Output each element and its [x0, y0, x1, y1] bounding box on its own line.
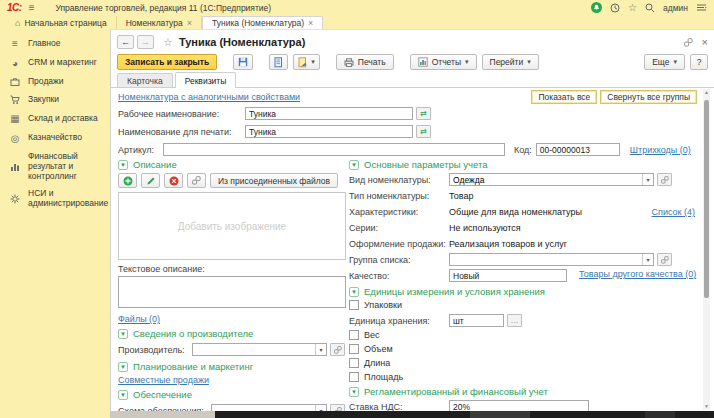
- sidebar-item-sales[interactable]: Продажи: [0, 73, 110, 91]
- tab-tunika[interactable]: Туника (Номенклатура) ×: [202, 16, 323, 29]
- home-icon: ⌂: [15, 18, 20, 28]
- reports-button[interactable]: Отчеты ▾: [410, 54, 477, 70]
- similar-properties-link[interactable]: Номенклатура с аналогичными свойствами: [118, 92, 300, 102]
- sidebar-label: Закупки: [28, 95, 59, 105]
- print-button[interactable]: Печать: [336, 54, 394, 70]
- packs-checkbox[interactable]: [349, 300, 359, 310]
- characteristics-label: Характеристики:: [349, 205, 449, 217]
- collapse-icon[interactable]: ▼: [118, 362, 128, 372]
- translate-icon[interactable]: ⇄: [416, 125, 431, 138]
- image-drop-area[interactable]: Добавить изображение: [118, 192, 346, 260]
- create-based-on-button[interactable]: ▾: [293, 54, 320, 70]
- kind-input[interactable]: [450, 174, 642, 185]
- service-menu-icon[interactable]: [696, 3, 707, 12]
- image-link-icon[interactable]: [187, 173, 206, 188]
- tab-close-icon[interactable]: ×: [308, 18, 313, 28]
- open-link-icon[interactable]: [330, 404, 345, 411]
- collapse-icon[interactable]: ▼: [349, 160, 359, 170]
- edit-image-button[interactable]: [141, 173, 160, 188]
- tab-nomenclature[interactable]: Номенклатура ×: [117, 16, 202, 29]
- collapse-icon[interactable]: ▼: [118, 390, 128, 400]
- dropdown-icon: ▾: [673, 58, 677, 66]
- help-button[interactable]: ?: [690, 54, 708, 70]
- choose-unit-button[interactable]: …: [507, 314, 522, 327]
- collapse-icon[interactable]: ▼: [118, 329, 128, 339]
- sidebar-item-main[interactable]: ≡ Главное: [0, 34, 110, 54]
- bar-chart-icon: [9, 162, 21, 172]
- text-description-input[interactable]: [118, 276, 346, 308]
- collapse-icon[interactable]: ▼: [349, 387, 359, 397]
- volume-label: Объем: [364, 344, 393, 354]
- copy-button[interactable]: [269, 54, 288, 70]
- sale-registration-label: Оформление продажи:: [349, 237, 449, 249]
- volume-checkbox[interactable]: [349, 344, 359, 354]
- save-and-close-button[interactable]: Записать и закрыть: [117, 54, 217, 70]
- tab-nomenclature-label: Номенклатура: [126, 18, 183, 28]
- manufacturer-input[interactable]: [193, 344, 315, 355]
- sidebar-item-purchases[interactable]: Закупки: [0, 91, 110, 109]
- show-all-button[interactable]: Показать все: [531, 90, 597, 104]
- print-label: Печать: [358, 57, 386, 67]
- barcodes-link[interactable]: Штрихкоды (0): [630, 145, 691, 155]
- current-user[interactable]: админ: [663, 3, 688, 13]
- favorites-icon[interactable]: ☆: [628, 2, 637, 13]
- sidebar-item-warehouse[interactable]: ▦ Склад и доставка: [0, 109, 110, 129]
- weight-checkbox[interactable]: [349, 330, 359, 340]
- collapse-icon[interactable]: ▼: [118, 160, 128, 170]
- from-attached-files-button[interactable]: Из присоединенных файлов: [210, 173, 338, 188]
- open-link-icon[interactable]: [657, 253, 672, 266]
- dropdown-icon[interactable]: ▾: [315, 344, 326, 355]
- sidebar-item-admin[interactable]: НСИ и администрирование: [0, 185, 110, 213]
- back-button[interactable]: ←: [117, 35, 134, 49]
- get-link-icon[interactable]: [684, 38, 693, 47]
- files-link[interactable]: Файлы (0): [118, 314, 160, 324]
- favorite-star-icon[interactable]: ☆: [163, 36, 173, 49]
- save-button[interactable]: [233, 54, 253, 70]
- open-link-icon[interactable]: [330, 343, 345, 356]
- forward-button[interactable]: →: [137, 35, 154, 49]
- description-section-title: Описание: [133, 159, 177, 170]
- tab-details[interactable]: Реквизиты: [175, 72, 237, 88]
- add-image-button[interactable]: [118, 173, 137, 188]
- tab-close-icon[interactable]: ×: [187, 18, 192, 28]
- storage-unit-input[interactable]: [449, 314, 504, 327]
- kind-label: Вид номенклатуры:: [349, 173, 449, 185]
- tab-card[interactable]: Карточка: [117, 73, 173, 87]
- planning-section-title: Планирование и маркетинг: [133, 361, 253, 372]
- notifications-icon[interactable]: [591, 2, 602, 13]
- sidebar-item-crm[interactable]: ◕ CRM и маркетинг: [0, 54, 110, 74]
- scroll-down-icon[interactable]: ▼: [704, 404, 709, 409]
- joint-sales-link[interactable]: Совместные продажи: [118, 375, 209, 385]
- delete-image-button[interactable]: [164, 173, 183, 188]
- article-label: Артикул:: [118, 145, 163, 155]
- area-checkbox[interactable]: [349, 372, 359, 382]
- characteristics-list-link[interactable]: Список (4): [652, 205, 695, 217]
- more-button[interactable]: Еще ▾: [644, 54, 685, 70]
- history-icon[interactable]: [610, 3, 620, 13]
- sidebar-item-finance[interactable]: Финансовый результат и контроллинг: [0, 148, 110, 185]
- dropdown-icon[interactable]: ▾: [642, 174, 653, 185]
- collapse-all-button[interactable]: Свернуть все группы: [600, 90, 697, 104]
- characteristics-value: Общие для вида номенклатуры: [449, 205, 582, 217]
- quality-input[interactable]: [449, 269, 567, 282]
- dropdown-icon[interactable]: ▾: [642, 254, 653, 265]
- collapse-icon[interactable]: ▼: [349, 287, 359, 297]
- open-link-icon[interactable]: [657, 173, 672, 186]
- length-checkbox[interactable]: [349, 358, 359, 368]
- close-form-icon[interactable]: ×: [702, 36, 708, 48]
- print-name-input[interactable]: [245, 125, 413, 138]
- scrollbar-thumb[interactable]: [704, 100, 709, 298]
- main-menu-icon[interactable]: ≡: [29, 2, 35, 13]
- translate-icon[interactable]: ⇄: [416, 107, 431, 120]
- goto-button[interactable]: Перейти ▾: [482, 54, 539, 70]
- length-label: Длина: [364, 358, 390, 368]
- vertical-scrollbar[interactable]: ▲ ▼: [703, 89, 710, 410]
- list-group-input[interactable]: [450, 254, 642, 265]
- sidebar-item-treasury[interactable]: ◎ Казначейство: [0, 129, 110, 149]
- search-icon[interactable]: [645, 3, 655, 13]
- vat-rate-input[interactable]: [449, 400, 589, 411]
- tab-home-page[interactable]: ⌂ Начальная страница: [6, 16, 117, 29]
- other-quality-link[interactable]: Товары другого качества (0): [579, 269, 697, 280]
- working-name-input[interactable]: [245, 107, 413, 120]
- scroll-up-icon[interactable]: ▲: [704, 90, 709, 95]
